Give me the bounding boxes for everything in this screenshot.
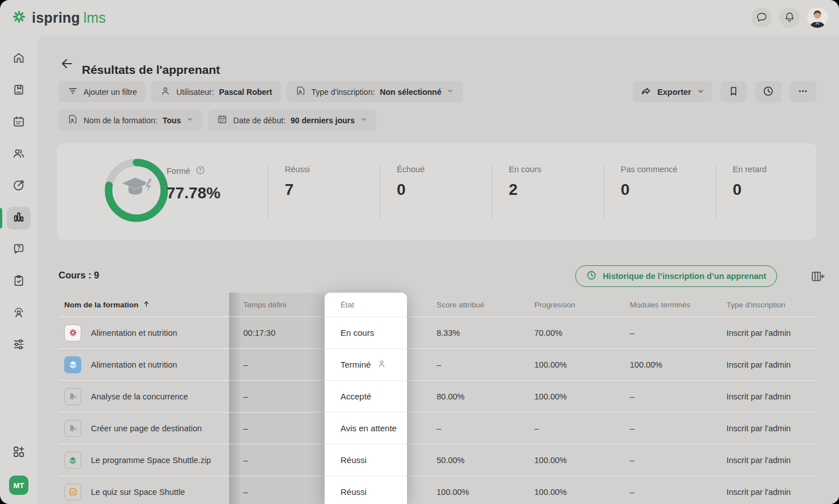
chat-question-icon: ? xyxy=(12,242,26,258)
column-header-1[interactable]: Temps défini xyxy=(243,301,286,309)
filter-chip-3[interactable]: Nom de la formation:Tous xyxy=(59,110,202,131)
course-row-4[interactable]: Le programme Space Shuttle.zip – 50.00% … xyxy=(59,444,816,476)
filter-value: Non sélectionné xyxy=(380,88,441,97)
column-header-4[interactable]: Modules terminés xyxy=(630,301,691,309)
sidebar-item-apps-grid-plus[interactable] xyxy=(7,441,31,464)
stat-label: Pas commencé xyxy=(621,165,678,174)
course-name: Analyse de la concurrence xyxy=(91,392,188,401)
sidebar-item-reports[interactable] xyxy=(7,207,31,230)
course-row-5[interactable]: Le quiz sur Space Shuttle – 100.00% 100.… xyxy=(59,476,816,504)
sidebar-item-tasks-clipboard[interactable] xyxy=(7,270,31,293)
time-cell: 00:17:30 xyxy=(243,328,275,338)
help-icon[interactable]: ? xyxy=(195,165,206,177)
course-row-3[interactable]: Créer une page de destination – – – – In… xyxy=(59,412,816,444)
score-cell: 80.00% xyxy=(437,392,464,401)
calendar-icon xyxy=(12,115,26,131)
enrollment-doc-icon xyxy=(67,114,78,127)
message-bubble-icon xyxy=(755,11,768,25)
time-cell: – xyxy=(243,488,248,497)
reports-icon xyxy=(12,210,26,226)
book-icon xyxy=(12,83,26,99)
columns-plus-icon xyxy=(810,269,825,286)
more-options-button[interactable] xyxy=(790,81,816,102)
etat-cell-2: Accepté xyxy=(325,380,407,412)
sidebar-item-home[interactable] xyxy=(7,48,31,70)
course-name-cell: Le programme Space Shuttle.zip xyxy=(64,452,211,469)
stat-label: En retard xyxy=(733,165,767,174)
sidebar-item-goal[interactable] xyxy=(7,175,31,198)
progress-cell: – xyxy=(534,424,539,433)
course-row-0[interactable]: Alimentation et nutrition 00:17:30 8.33%… xyxy=(59,316,816,348)
score-cell: 50.00% xyxy=(437,456,464,465)
progress-cell: 70.00% xyxy=(534,328,562,338)
time-cell: – xyxy=(243,360,248,369)
attachment-doc-icon xyxy=(64,388,81,405)
tasks-clipboard-icon xyxy=(12,274,26,290)
quiz-orange-check-icon xyxy=(64,484,81,501)
add-column-button[interactable] xyxy=(810,269,825,286)
sort-ascending-icon xyxy=(142,299,151,310)
stat-label: En cours xyxy=(509,165,541,174)
messages-button[interactable] xyxy=(751,7,772,28)
progress-cell: 100.00% xyxy=(534,392,567,401)
notifications-button[interactable] xyxy=(779,7,800,28)
workspace-badge[interactable]: MT xyxy=(9,476,28,495)
courses-count: Cours : 9 xyxy=(59,270,99,281)
stat-en-retard: En retard 0 xyxy=(716,165,828,219)
attachment-doc-icon xyxy=(64,420,81,437)
modules-cell: – xyxy=(630,456,634,465)
stat-label: Échoué xyxy=(397,165,425,174)
sidebar-item-calendar[interactable] xyxy=(7,111,31,134)
sidebar-item-users[interactable] xyxy=(7,143,31,166)
filter-chip-4[interactable]: Date de début:90 derniers jours xyxy=(208,110,376,131)
sidebar-item-settings-sliders[interactable] xyxy=(7,334,31,357)
course-name: Alimentation et nutrition xyxy=(91,360,177,369)
filter-chips-row-2: Nom de la formation:TousDate de début:90… xyxy=(59,110,376,131)
score-cell: 100.00% xyxy=(437,488,469,497)
course-name-cell: Alimentation et nutrition xyxy=(64,324,177,341)
filter-chip-1[interactable]: Utilisateur:Pascal Robert xyxy=(151,81,281,102)
column-header-2[interactable]: Score attribué xyxy=(437,301,484,309)
bookmark-button[interactable] xyxy=(720,81,747,102)
column-header-3[interactable]: Progression xyxy=(534,301,575,309)
course-name-cell: Alimentation et nutrition xyxy=(64,356,177,373)
back-button[interactable] xyxy=(59,56,75,72)
course-row-1[interactable]: Alimentation et nutrition – – 100.00% 10… xyxy=(59,348,816,380)
sidebar-item-support-person[interactable] xyxy=(7,302,31,325)
history-icon-button[interactable] xyxy=(755,81,782,102)
stat--chou-: Échoué 0 xyxy=(380,165,492,219)
filter-label: Ajouter un filtre xyxy=(84,88,137,97)
user-icon xyxy=(160,85,171,98)
filter-chip-0[interactable]: Ajouter un filtre xyxy=(59,81,146,102)
stat-label: Réussi xyxy=(285,165,310,174)
course-row-2[interactable]: Analyse de la concurrence – 80.00% 100.0… xyxy=(59,380,816,412)
export-button[interactable]: Exporter xyxy=(633,81,712,102)
filter-value: Pascal Robert xyxy=(219,88,272,97)
calendar-small-icon xyxy=(217,114,228,127)
etat-cell-5: Réussi xyxy=(325,476,407,504)
modules-cell: – xyxy=(630,488,634,497)
score-cell: – xyxy=(437,424,441,433)
enrollment-type-cell: Inscrit par l'admin xyxy=(726,328,791,338)
modules-cell: – xyxy=(630,424,634,433)
top-bar: ispringlms xyxy=(0,0,839,35)
dragged-column-etat[interactable]: État En coursTerminéAcceptéAvis en atten… xyxy=(325,293,407,504)
sidebar: ? MT xyxy=(0,35,38,504)
user-avatar[interactable] xyxy=(807,7,828,28)
column-header-5[interactable]: Type d'inscription xyxy=(726,301,786,309)
column-header-0[interactable]: Nom de la formation xyxy=(64,299,151,310)
courses-table: Nom de la formationTemps définiScore att… xyxy=(59,293,816,504)
sidebar-item-book[interactable] xyxy=(7,80,31,102)
filter-lines-icon xyxy=(67,85,78,98)
stat-value: 0 xyxy=(397,181,492,199)
stat-value: 2 xyxy=(509,181,604,199)
course-blue-layers-icon xyxy=(64,356,81,373)
enrollment-type-cell: Inscrit par l'admin xyxy=(726,424,791,433)
enrollment-history-button[interactable]: Historique de l’inscription d’un apprena… xyxy=(575,265,777,287)
app-window: ispringlms xyxy=(0,0,839,504)
enrollment-type-cell: Inscrit par l'admin xyxy=(726,456,791,465)
course-name: Le programme Space Shuttle.zip xyxy=(91,456,211,465)
filter-chip-2[interactable]: Type d'inscription:Non sélectionné xyxy=(286,81,463,102)
sidebar-item-chat-question[interactable]: ? xyxy=(7,239,31,261)
filter-chips-row-1: Ajouter un filtreUtilisateur:Pascal Robe… xyxy=(59,81,463,102)
